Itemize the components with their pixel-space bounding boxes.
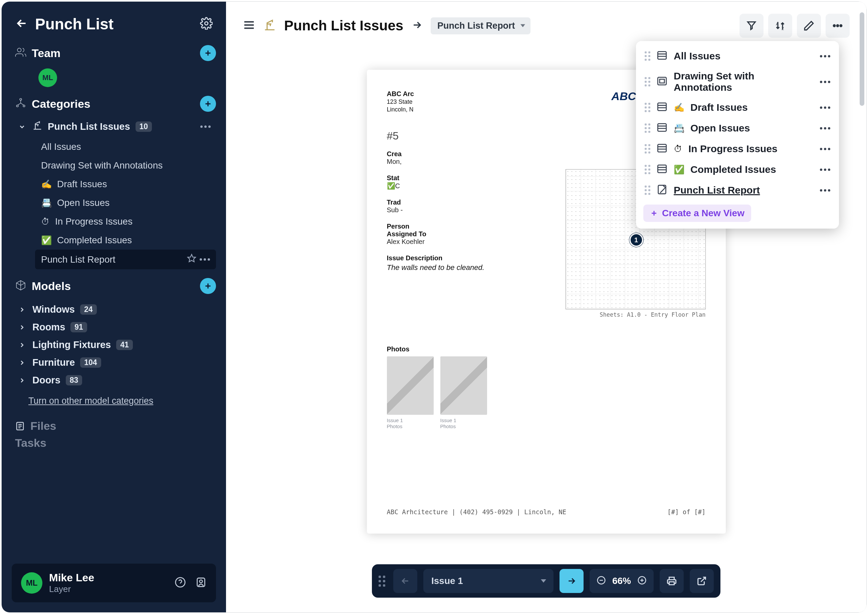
menu-item-more[interactable] <box>820 107 830 109</box>
svg-text:A: A <box>776 22 778 26</box>
svg-point-0 <box>205 22 208 25</box>
menu-drawing-set[interactable]: Drawing Set with Annotations <box>636 67 839 97</box>
svg-point-2 <box>16 105 19 107</box>
drag-handle-icon[interactable] <box>644 77 650 87</box>
drag-handle-icon[interactable] <box>644 186 650 195</box>
user-card[interactable]: ML Mike Lee Layer <box>12 564 216 602</box>
view-label: In Progress Issues <box>55 216 132 227</box>
plan-pin: 1 <box>629 233 643 247</box>
category-title: Punch List Issues <box>284 18 403 34</box>
star-icon[interactable] <box>187 254 196 265</box>
drag-handle-icon[interactable] <box>644 165 650 174</box>
team-avatar[interactable]: ML <box>39 68 57 87</box>
menu-label: Completed Issues <box>690 164 776 175</box>
open-external-button[interactable] <box>690 569 714 593</box>
filter-button[interactable] <box>739 14 764 38</box>
help-icon[interactable] <box>175 577 186 589</box>
drag-handle-icon[interactable] <box>644 124 650 133</box>
add-model-button[interactable] <box>200 278 216 294</box>
user-avatar: ML <box>21 572 42 594</box>
model-furniture[interactable]: Furniture104 <box>12 354 216 371</box>
zoom-in-button[interactable] <box>637 575 647 587</box>
more-button[interactable] <box>826 14 849 38</box>
edit-button[interactable] <box>797 14 821 38</box>
draft-icon: ✍️ <box>674 102 685 113</box>
tasks-section[interactable]: Tasks <box>2 433 226 456</box>
photo-thumbnail <box>440 357 487 415</box>
menu-item-more[interactable] <box>820 189 830 192</box>
model-rooms[interactable]: Rooms91 <box>12 318 216 336</box>
menu-icon[interactable] <box>243 19 255 33</box>
pager-toolbar: Issue 1 66% <box>372 564 720 598</box>
files-section[interactable]: Files <box>15 409 216 433</box>
chevron-right-icon <box>17 306 27 313</box>
menu-item-more[interactable] <box>820 81 830 83</box>
menu-in-progress-issues[interactable]: ⏱ In Progress Issues <box>636 138 839 159</box>
menu-label: Drawing Set with Annotations <box>674 70 814 93</box>
menu-item-more[interactable] <box>820 169 830 171</box>
view-selector[interactable]: Punch List Report <box>431 17 531 34</box>
menu-item-more[interactable] <box>820 127 830 129</box>
zoom-out-button[interactable] <box>596 575 606 587</box>
issue-selector[interactable]: Issue 1 <box>423 569 554 593</box>
view-more-button[interactable] <box>200 258 210 260</box>
back-button[interactable] <box>15 17 28 31</box>
sidebar-view-in-progress-issues[interactable]: ⏱In Progress Issues <box>35 212 216 231</box>
add-category-button[interactable] <box>200 96 216 112</box>
menu-label: In Progress Issues <box>688 143 778 155</box>
crane-icon <box>263 19 276 33</box>
add-team-button[interactable] <box>200 45 216 61</box>
report-icon <box>656 184 668 197</box>
in-progress-icon: ⏱ <box>41 217 50 227</box>
create-new-view-button[interactable]: Create a New View <box>643 205 751 222</box>
menu-item-more[interactable] <box>820 55 830 57</box>
list-icon <box>656 101 668 114</box>
category-more-button[interactable] <box>200 126 211 128</box>
category-punch-list-issues[interactable]: Punch List Issues 10 <box>12 117 216 136</box>
arrow-right-icon <box>411 19 422 32</box>
photo-caption: Issue 1 Photos <box>440 417 487 429</box>
drag-handle-icon[interactable] <box>379 575 385 587</box>
sidebar-view-all-issues[interactable]: All Issues <box>35 138 216 156</box>
menu-draft-issues[interactable]: ✍️ Draft Issues <box>636 97 839 118</box>
model-doors[interactable]: Doors83 <box>12 371 216 389</box>
svg-point-3 <box>23 105 25 107</box>
prev-button[interactable] <box>393 569 417 593</box>
menu-all-issues[interactable]: All Issues <box>636 46 839 67</box>
svg-point-8 <box>200 580 203 583</box>
categories-icon <box>15 98 26 110</box>
model-label: Windows <box>33 304 75 315</box>
menu-completed-issues[interactable]: ✅ Completed Issues <box>636 159 839 180</box>
menu-item-more[interactable] <box>820 148 830 150</box>
settings-icon[interactable] <box>200 17 213 31</box>
sort-button[interactable]: AZ <box>768 14 792 38</box>
zoom-control: 66% <box>590 569 654 593</box>
print-button[interactable] <box>660 569 684 593</box>
list-icon <box>656 143 668 155</box>
menu-punch-list-report[interactable]: Punch List Report <box>636 180 839 200</box>
drag-handle-icon[interactable] <box>644 51 650 61</box>
view-label: Draft Issues <box>57 179 107 189</box>
sidebar-view-drawing-set[interactable]: Drawing Set with Annotations <box>35 156 216 175</box>
view-label: Drawing Set with Annotations <box>41 160 163 171</box>
drag-handle-icon[interactable] <box>644 144 650 154</box>
sidebar-view-draft-issues[interactable]: ✍️Draft Issues <box>35 175 216 194</box>
model-lighting-fixtures[interactable]: Lighting Fixtures41 <box>12 336 216 354</box>
drag-handle-icon[interactable] <box>644 103 650 112</box>
sidebar-view-open-issues[interactable]: 📇Open Issues <box>35 194 216 212</box>
sidebar-view-punch-list-report[interactable]: Punch List Report <box>35 250 216 269</box>
scrollbar[interactable] <box>859 8 865 606</box>
next-button[interactable] <box>559 569 584 593</box>
menu-label: Punch List Report <box>674 185 760 196</box>
model-label: Lighting Fixtures <box>33 340 111 350</box>
menu-open-issues[interactable]: 📇 Open Issues <box>636 118 839 138</box>
photo-thumbnail <box>387 357 434 415</box>
model-count: 41 <box>116 340 133 350</box>
profile-icon[interactable] <box>195 577 207 589</box>
open-icon: 📇 <box>41 198 52 208</box>
svg-rect-15 <box>658 78 666 85</box>
more-model-categories-link[interactable]: Turn on other model categories <box>28 396 216 406</box>
model-windows[interactable]: Windows24 <box>12 301 216 318</box>
sidebar-view-completed-issues[interactable]: ✅Completed Issues <box>35 231 216 250</box>
model-count: 104 <box>80 357 101 368</box>
